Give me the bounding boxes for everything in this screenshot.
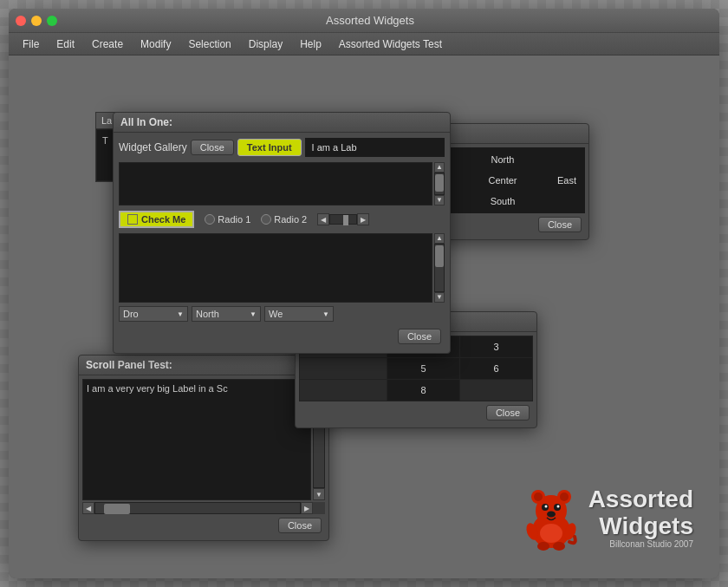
all-in-one-title: All In One:: [114, 113, 450, 133]
svg-point-15: [553, 542, 565, 551]
menu-edit[interactable]: Edit: [49, 36, 81, 52]
scroll-bottom-row: ◀ ▶: [82, 502, 325, 514]
scroll-h-thumb[interactable]: [104, 504, 130, 514]
grid-cell-2-1: [300, 358, 387, 379]
list-area: ▲ ▼: [119, 162, 445, 205]
combo-arrow: ▼: [177, 310, 184, 318]
svg-point-3: [534, 492, 543, 501]
scroll-corner: [313, 502, 325, 514]
branding: AssortedWidgets Billconan Studio 2007: [521, 483, 693, 552]
slider-track[interactable]: [329, 214, 357, 225]
scroll-thumb[interactable]: [435, 174, 444, 192]
scrollbar-v: ▲ ▼: [434, 162, 445, 205]
scroll-left-arrow[interactable]: ◀: [82, 502, 94, 514]
second-scroll-up[interactable]: ▲: [434, 233, 445, 244]
radio-circle-1: [205, 214, 215, 225]
brand-subtitle: Billconan Studio 2007: [588, 539, 693, 549]
checkbox-indicator: [127, 214, 138, 225]
second-list-area: ▲ ▼: [119, 233, 445, 303]
grid-cell-3-2: 8: [387, 380, 459, 401]
svg-point-10: [547, 512, 556, 518]
grid-cell-3-1: [300, 380, 387, 401]
grid-layout-close-button[interactable]: Close: [486, 405, 530, 421]
radio-circle-2: [261, 214, 271, 225]
menu-modify[interactable]: Modify: [133, 36, 178, 52]
mac-window: Assorted Widgets File Edit Create Modify…: [9, 9, 719, 578]
widget-gallery-label: Widget Gallery: [119, 141, 187, 153]
slider-right-arrow[interactable]: ▶: [357, 213, 369, 225]
menu-create[interactable]: Create: [85, 36, 130, 52]
checkbox-radio-row: Check Me Radio 1 Radio 2 ◀: [119, 211, 445, 228]
scroll-right-arrow[interactable]: ▶: [301, 502, 313, 514]
radio-button-2[interactable]: Radio 2: [261, 214, 307, 225]
scroll-main-area: I am a very very big Label in a Sc ▲ ▼: [82, 379, 325, 500]
combo-row: Dro ▼ North ▼ We ▼: [119, 306, 445, 322]
scroll-panel-title: Scroll Panel Test:: [79, 355, 328, 375]
second-scrollbar-v: ▲ ▼: [434, 233, 445, 303]
second-list-box[interactable]: [119, 233, 432, 303]
grid-cell-1-3: 3: [460, 336, 532, 357]
brand-title: AssortedWidgets: [588, 486, 693, 540]
svg-point-14: [537, 542, 549, 551]
bear-mascot-icon: [521, 483, 582, 552]
combo-arrow-3: ▼: [322, 310, 329, 318]
all-in-one-dialog: All In One: Widget Gallery Close Text In…: [113, 112, 451, 354]
combo-box-north[interactable]: North ▼: [192, 306, 261, 322]
scroll-track: [434, 173, 445, 195]
second-scroll-track: [434, 244, 445, 292]
menubar: File Edit Create Modify Selection Displa…: [9, 33, 719, 55]
label-display: I am a Lab: [305, 138, 445, 157]
close-button-toolbar[interactable]: Close: [191, 140, 234, 155]
scroll-h-track: [94, 502, 301, 514]
checkbox-check-me[interactable]: Check Me: [119, 211, 194, 228]
second-scroll-down[interactable]: ▼: [434, 292, 445, 303]
menu-file[interactable]: File: [16, 36, 46, 52]
content-area: La T All In One: Widget Gallery Close Te…: [9, 55, 719, 578]
all-in-one-content: Widget Gallery Close Text Input I am a L…: [114, 133, 450, 353]
menu-assorted-widgets-test[interactable]: Assorted Widgets Test: [332, 36, 449, 52]
svg-point-11: [540, 524, 562, 543]
scroll-panel-close-row: Close: [82, 514, 325, 537]
scroll-panel-dialog: Scroll Panel Test: I am a very very big …: [78, 355, 329, 541]
svg-point-8: [544, 505, 547, 508]
scroll-panel-close-button[interactable]: Close: [278, 518, 322, 533]
grid-layout-close-row: Close: [299, 401, 533, 424]
radio-button-1[interactable]: Radio 1: [205, 214, 250, 225]
svg-point-9: [556, 505, 559, 508]
grid-cell-2-2: 5: [387, 358, 459, 379]
scroll-big-area[interactable]: I am a very very big Label in a Sc: [82, 379, 311, 500]
svg-point-5: [560, 492, 569, 501]
all-in-one-close-button[interactable]: Close: [398, 329, 441, 344]
window-title: Assorted Widgets: [28, 14, 712, 27]
border-center: Center: [457, 172, 549, 189]
scroll-down-arrow[interactable]: ▼: [434, 195, 445, 205]
second-scroll-thumb[interactable]: [435, 245, 444, 267]
scroll-panel-down[interactable]: ▼: [313, 488, 325, 500]
scroll-panel-content: I am a very very big Label in a Sc ▲ ▼ ◀: [79, 375, 328, 540]
toolbar-row: Widget Gallery Close Text Input I am a L…: [119, 138, 445, 157]
brand-text: AssortedWidgets Billconan Studio 2007: [588, 486, 693, 550]
scroll-up-arrow[interactable]: ▲: [434, 162, 445, 173]
slider-area: ◀ ▶: [317, 213, 369, 225]
list-box[interactable]: [119, 162, 432, 205]
combo-arrow-2: ▼: [250, 310, 257, 318]
all-in-one-close-row: Close: [119, 325, 445, 348]
border-layout-close-button[interactable]: Close: [538, 217, 582, 232]
menu-help[interactable]: Help: [293, 36, 328, 52]
border-east: East: [549, 172, 584, 189]
grid-cell-2-3: 6: [460, 358, 532, 379]
combo-box-drop[interactable]: Dro ▼: [119, 306, 188, 322]
titlebar: Assorted Widgets: [9, 9, 719, 33]
slider-thumb: [343, 215, 348, 225]
combo-box-we[interactable]: We ▼: [264, 306, 334, 322]
grid-cell-3-3: [460, 380, 532, 401]
menu-selection[interactable]: Selection: [181, 36, 237, 52]
text-input-button[interactable]: Text Input: [237, 139, 302, 156]
close-traffic-light[interactable]: [16, 16, 26, 26]
menu-display[interactable]: Display: [242, 36, 289, 52]
scroll-big-text: I am a very very big Label in a Sc: [83, 380, 310, 397]
slider-left-arrow[interactable]: ◀: [317, 213, 329, 225]
